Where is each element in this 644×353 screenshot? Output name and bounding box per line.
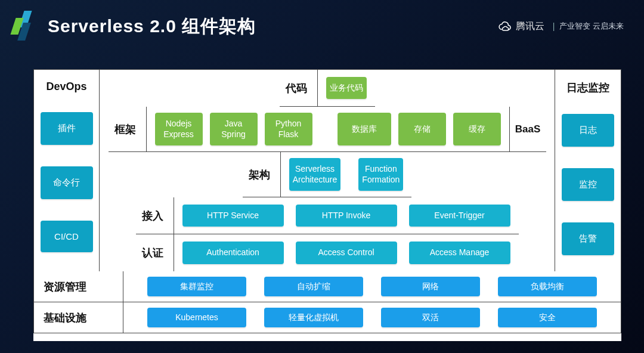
row-infra: 基础设施 Kubernetes 轻量化虚拟机 双活 安全 [33,302,621,333]
block-kubernetes: Kubernetes [147,308,246,328]
block-http-service: HTTP Service [182,205,284,227]
logging-title: 日志监控 [566,80,609,95]
row-infra-label: 基础设施 [34,302,123,333]
devops-plugin-block: 插件 [41,112,93,145]
architecture-diagram: DevOps 插件 命令行 CI/CD 代码 业务代码 框架 Nodejs Ex… [33,69,621,341]
block-autoscale: 自动扩缩 [264,277,363,297]
row-framework: 框架 Nodejs Express Java Spring Python Fla… [109,107,546,152]
logging-alert-block: 告警 [562,222,614,255]
devops-cicd-block: CI/CD [41,221,93,252]
block-security: 安全 [498,308,597,328]
row-access: 接入 HTTP Service HTTP Invoke Event-Trigge… [136,197,519,234]
row-architecture: 架构 Serverless Architecture Function Form… [243,152,412,197]
center-column: 代码 业务代码 框架 Nodejs Express Java Spring Py… [100,70,555,271]
baas-label: BaaS [509,107,546,151]
brand-area: 腾讯云 | 产业智变 云启未来 [498,20,624,33]
block-java-spring: Java Spring [210,113,258,145]
devops-title: DevOps [46,80,86,93]
logging-monitor-block: 监控 [562,168,614,201]
row-auth: 认证 Authentication Access Control Access … [136,234,519,271]
block-network: 网络 [381,277,480,297]
block-function-formation: Function Formation [358,158,403,191]
brand-separator: | [553,21,555,31]
slide-title: Serverless 2.0 组件架构 [48,14,256,39]
block-http-invoke: HTTP Invoke [296,205,397,227]
block-event-trigger: Event-Trigger [409,205,510,227]
row-code-label: 代码 [280,70,318,106]
row-access-label: 接入 [136,197,174,234]
block-cluster-monitor: 集群监控 [147,277,246,297]
cloud-icon [498,21,511,31]
row-code: 代码 业务代码 [280,70,375,107]
logging-column: 日志监控 日志 监控 告警 [555,70,621,271]
block-load-balance: 负载均衡 [498,277,597,297]
block-nodejs-express: Nodejs Express [155,113,203,145]
slide-header: Serverless 2.0 组件架构 腾讯云 | 产业智变 云启未来 [0,0,644,42]
logo-icon [11,11,37,42]
logging-logs-block: 日志 [562,114,614,147]
title-area: Serverless 2.0 组件架构 [11,11,256,42]
row-auth-label: 认证 [136,234,174,271]
row-framework-label: 框架 [109,107,147,151]
block-access-control: Access Control [296,241,397,264]
row-resource: 资源管理 集群监控 自动扩缩 网络 负载均衡 [33,271,621,302]
devops-cli-block: 命令行 [41,166,93,199]
block-serverless-arch: Serverless Architecture [289,158,341,191]
block-authentication: Authentication [182,241,284,264]
devops-column: DevOps 插件 命令行 CI/CD [34,70,100,271]
block-storage: 存储 [398,113,446,145]
row-resource-label: 资源管理 [34,271,123,302]
block-dual-active: 双活 [381,308,480,328]
block-business-code: 业务代码 [326,77,367,100]
block-access-manage: Access Manage [409,241,510,264]
block-light-vm: 轻量化虚拟机 [264,308,363,328]
brand-name: 腾讯云 [516,20,544,33]
block-python-flask: Python Flask [265,113,312,145]
brand-tagline: 产业智变 云启未来 [559,21,624,32]
block-database: 数据库 [338,113,391,145]
block-cache: 缓存 [453,113,501,145]
row-arch-label: 架构 [243,152,281,197]
